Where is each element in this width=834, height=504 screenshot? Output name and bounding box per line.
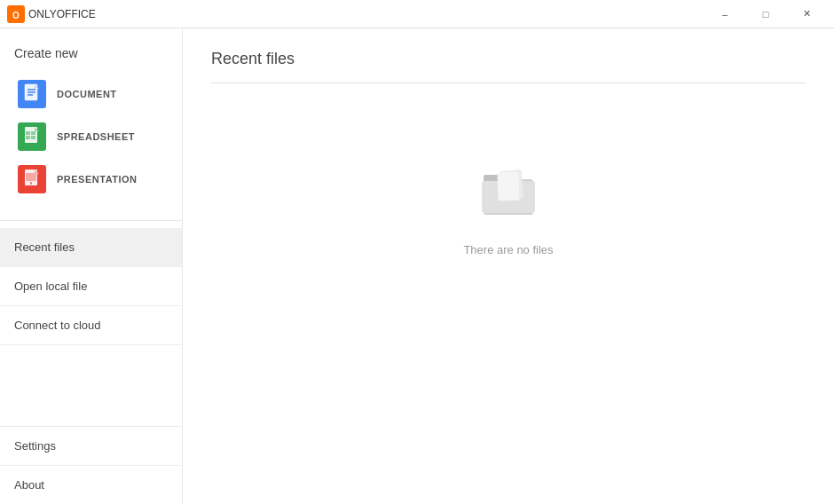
sidebar-item-about[interactable]: About	[0, 466, 182, 504]
presentation-label: PRESENTATION	[57, 174, 138, 185]
svg-rect-9	[26, 131, 30, 135]
titlebar: O ONLYOFFICE – □ ✕	[0, 0, 834, 28]
sidebar-item-recent-files[interactable]: Recent files	[0, 228, 182, 267]
app-name: ONLYOFFICE	[28, 8, 96, 20]
window-controls: – □ ✕	[704, 0, 827, 28]
create-new-items: DOCUMENT SPREADSHEET	[14, 75, 168, 199]
document-icon	[18, 80, 46, 108]
main-content: Recent files	[183, 28, 834, 504]
presentation-svg	[23, 169, 41, 190]
document-label: DOCUMENT	[57, 89, 117, 99]
spreadsheet-svg	[23, 126, 41, 147]
sidebar: Create new DOCUMENT	[0, 28, 183, 504]
svg-rect-22	[497, 172, 519, 201]
create-document-item[interactable]: DOCUMENT	[14, 75, 168, 114]
create-new-title: Create new	[14, 46, 168, 60]
section-divider	[211, 83, 806, 83]
create-new-section: Create new DOCUMENT	[0, 28, 182, 213]
maximize-button[interactable]: □	[745, 0, 786, 28]
empty-state: There are no files	[211, 119, 806, 256]
svg-rect-11	[26, 136, 30, 139]
empty-state-text: There are no files	[463, 243, 553, 256]
spreadsheet-label: SPREADSHEET	[57, 131, 135, 142]
create-presentation-item[interactable]: PRESENTATION	[14, 160, 168, 199]
recent-files-title: Recent files	[211, 50, 806, 68]
sidebar-item-settings[interactable]: Settings	[0, 427, 182, 466]
sidebar-bottom: Settings About	[0, 426, 182, 504]
document-svg	[23, 83, 41, 105]
presentation-icon	[18, 165, 46, 193]
empty-folder-icon	[473, 154, 544, 229]
onlyoffice-logo-icon: O	[7, 5, 25, 23]
sidebar-divider-top	[0, 220, 182, 221]
svg-text:O: O	[12, 11, 20, 20]
main-layout: Create new DOCUMENT	[0, 28, 834, 504]
sidebar-nav: Recent files Open local file Connect to …	[0, 228, 182, 345]
svg-rect-15	[26, 173, 36, 181]
sidebar-item-connect-to-cloud[interactable]: Connect to cloud	[0, 306, 182, 345]
minimize-button[interactable]: –	[704, 0, 745, 28]
titlebar-left: O ONLYOFFICE	[7, 5, 96, 23]
spreadsheet-icon	[18, 122, 46, 151]
svg-rect-12	[31, 136, 35, 139]
app-logo: O ONLYOFFICE	[7, 5, 96, 23]
create-spreadsheet-item[interactable]: SPREADSHEET	[14, 117, 168, 156]
svg-rect-16	[30, 182, 32, 185]
sidebar-item-open-local-file[interactable]: Open local file	[0, 267, 182, 306]
close-button[interactable]: ✕	[786, 0, 827, 28]
svg-rect-10	[31, 131, 35, 135]
empty-folder-svg	[473, 154, 544, 225]
